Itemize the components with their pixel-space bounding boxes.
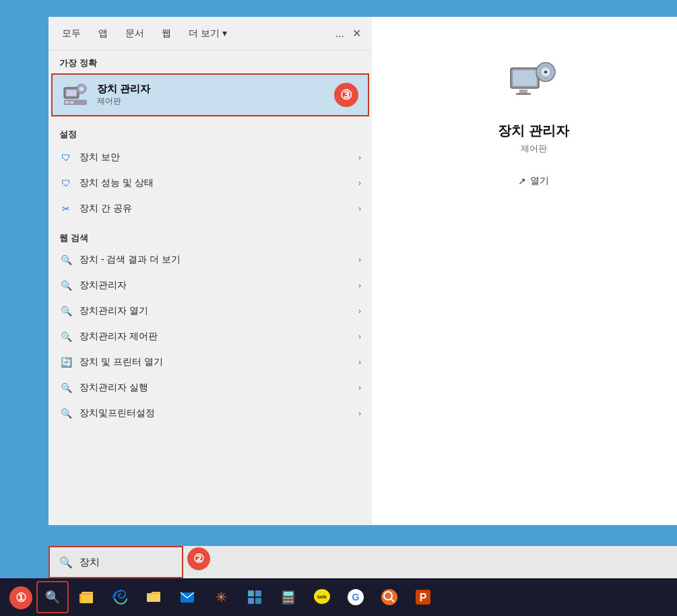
- best-match-label: 가장 정확: [49, 50, 372, 73]
- tab-all[interactable]: 모두: [59, 25, 84, 42]
- annotation-circle-2: ②: [187, 547, 210, 570]
- web-item-text-2: 장치관리자 열기: [79, 305, 352, 317]
- open-icon: ↗: [518, 176, 526, 186]
- svg-rect-18: [83, 593, 92, 594]
- chevron-right-icon-w4: ›: [358, 357, 361, 367]
- svg-text:G: G: [352, 592, 360, 603]
- web-item-text-0: 장치 - 검색 결과 더 보기: [79, 254, 352, 266]
- tab-actions: ... ✕: [335, 27, 361, 40]
- web-item-6[interactable]: 🔍 장치및프린터설정 ›: [49, 401, 372, 426]
- setting-item-share[interactable]: ✂ 장치 간 공유 ›: [49, 196, 372, 221]
- search-icon-web-5: 🔍: [59, 381, 73, 395]
- web-item-5[interactable]: 🔍 장치관리자 실행 ›: [49, 375, 372, 401]
- setting-item-performance[interactable]: 🛡 장치 성능 및 상태 ›: [49, 170, 372, 196]
- taskbar-mail[interactable]: [171, 581, 203, 613]
- tab-app[interactable]: 앱: [96, 25, 110, 42]
- web-search-label: 웹 검색: [49, 227, 372, 247]
- close-button[interactable]: ✕: [352, 27, 361, 40]
- shield-icon-1: 🛡: [59, 151, 73, 164]
- web-item-1[interactable]: 🔍 장치관리자 ›: [49, 273, 372, 298]
- svg-rect-24: [255, 598, 261, 604]
- settings-section: 설정 🛡 장치 보안 › 🛡 장치 성능 및 상태 › ✂ 장치 간 공유 ›: [49, 116, 372, 227]
- best-match-title: 장치 관리자: [97, 83, 150, 96]
- search-icon-web-1: 🔍: [59, 279, 73, 292]
- device-manager-large-icon: [507, 57, 560, 111]
- taskbar-app2[interactable]: [238, 581, 271, 613]
- more-options-button[interactable]: ...: [335, 27, 344, 40]
- search-input-icon: 🔍: [59, 556, 73, 569]
- printer-icon: 🔄: [59, 355, 73, 369]
- best-match-text: 장치 관리자 제어판: [97, 83, 150, 107]
- svg-rect-9: [519, 90, 527, 93]
- setting-share-text: 장치 간 공유: [79, 203, 352, 215]
- annotation-circle-3: ③: [334, 83, 358, 107]
- svg-rect-27: [284, 597, 286, 599]
- tab-more[interactable]: 더 보기 ▾: [186, 25, 230, 42]
- annotation-circle-1: ①: [9, 586, 32, 609]
- svg-rect-10: [516, 93, 531, 95]
- open-label: 열기: [530, 175, 549, 187]
- web-item-text-4: 장치 및 프린터 열기: [79, 356, 352, 368]
- search-button[interactable]: 🔍: [36, 581, 69, 613]
- search-input-text: 장치: [79, 556, 100, 569]
- taskbar: ⊞ 🔍: [0, 578, 677, 616]
- best-match-item[interactable]: 장치 관리자 제어판 ③: [51, 73, 369, 116]
- right-panel-title: 장치 관리자: [498, 122, 569, 140]
- svg-point-14: [544, 71, 547, 73]
- setting-item-security[interactable]: 🛡 장치 보안 ›: [49, 145, 372, 170]
- web-item-2[interactable]: 🔍 장치관리자 열기 ›: [49, 298, 372, 324]
- search-panel: 모두 앱 문서 웹 더 보기 ▾ ... ✕ 가장 정확: [49, 17, 677, 525]
- chevron-right-icon-w0: ›: [358, 255, 361, 265]
- svg-rect-5: [65, 101, 69, 104]
- web-item-text-5: 장치관리자 실행: [79, 382, 352, 394]
- web-item-3[interactable]: 🔍 장치관리자 제어판 ›: [49, 324, 372, 349]
- taskbar-edge[interactable]: [104, 581, 136, 613]
- setting-security-text: 장치 보안: [79, 151, 352, 164]
- right-panel-subtitle: 제어판: [521, 143, 547, 155]
- svg-rect-29: [290, 597, 293, 599]
- desktop: 모두 앱 문서 웹 더 보기 ▾ ... ✕ 가장 정확: [0, 0, 677, 616]
- settings-label: 설정: [49, 122, 372, 145]
- svg-rect-26: [284, 592, 293, 596]
- device-manager-small-icon: [62, 81, 89, 108]
- svg-rect-30: [284, 601, 286, 603]
- chevron-right-icon-1: ›: [358, 153, 361, 162]
- chevron-right-icon-w3: ›: [358, 332, 361, 341]
- taskbar-calculator[interactable]: [272, 581, 304, 613]
- chevron-right-icon-w2: ›: [358, 306, 361, 316]
- svg-rect-31: [287, 601, 290, 603]
- svg-rect-6: [70, 101, 73, 104]
- svg-text:P: P: [420, 592, 427, 603]
- taskbar-app1[interactable]: ✳: [205, 581, 237, 613]
- taskbar-kakao[interactable]: talk: [306, 581, 338, 613]
- tab-web[interactable]: 웹: [159, 25, 174, 42]
- search-icon-web-6: 🔍: [59, 407, 73, 420]
- tab-document[interactable]: 문서: [123, 25, 147, 42]
- svg-rect-8: [513, 70, 537, 86]
- svg-rect-23: [248, 598, 254, 604]
- taskbar-folder[interactable]: [137, 581, 170, 613]
- svg-rect-28: [287, 597, 290, 599]
- svg-point-3: [79, 87, 84, 91]
- taskbar-google[interactable]: G: [340, 581, 372, 613]
- web-item-0[interactable]: 🔍 장치 - 검색 결과 더 보기 ›: [49, 247, 372, 273]
- chevron-right-icon-w1: ›: [358, 281, 361, 290]
- svg-text:talk: talk: [317, 594, 327, 600]
- left-panel: 모두 앱 문서 웹 더 보기 ▾ ... ✕ 가장 정확: [49, 17, 372, 525]
- best-match-subtitle: 제어판: [97, 96, 150, 107]
- open-button[interactable]: ↗ 열기: [518, 175, 549, 187]
- taskbar-search-orange[interactable]: [373, 581, 406, 613]
- taskbar-powerpoint[interactable]: P: [407, 581, 439, 613]
- taskbar-file-explorer[interactable]: [70, 581, 102, 613]
- chevron-right-icon-w6: ›: [358, 409, 361, 418]
- chevron-right-icon-2: ›: [358, 178, 361, 188]
- svg-rect-32: [290, 601, 293, 603]
- web-item-text-6: 장치및프린터설정: [79, 407, 352, 419]
- search-input-bar: 🔍 장치: [49, 546, 677, 578]
- setting-performance-text: 장치 성능 및 상태: [79, 177, 352, 189]
- svg-rect-19: [147, 594, 160, 602]
- web-item-text-1: 장치관리자: [79, 279, 352, 292]
- svg-rect-22: [255, 590, 261, 596]
- web-item-4[interactable]: 🔄 장치 및 프린터 열기 ›: [49, 349, 372, 375]
- search-icon-web-0: 🔍: [59, 253, 73, 267]
